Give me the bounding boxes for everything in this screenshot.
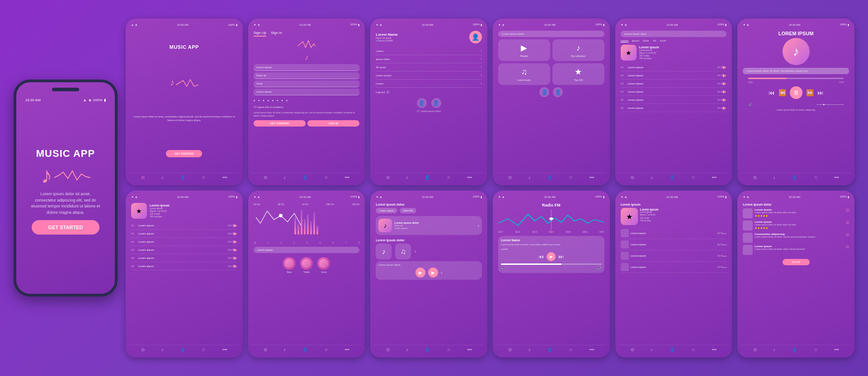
s12-ipsum-button[interactable]: IPSUM — [783, 259, 810, 265]
s11-song-1[interactable]: Lorem ipsum 05:43 ••• — [621, 228, 727, 239]
s2-field-1[interactable]: Lorem ipsum — [254, 64, 360, 71]
nav-more-12[interactable]: ••• — [834, 347, 839, 352]
nav-star-5[interactable]: ☆ — [691, 175, 695, 180]
s10-next-icon[interactable]: ⏭ — [817, 89, 824, 96]
nav-user-4[interactable]: 👤 — [547, 175, 552, 180]
nav-star-3[interactable]: ☆ — [447, 175, 451, 180]
nav-music-7[interactable]: ♪ — [161, 347, 164, 352]
s7-song-6[interactable]: #6 Lorem ipsum 05:43 ▶ — [131, 262, 237, 270]
nav-star-10[interactable]: ☆ — [569, 347, 573, 352]
nav-more-8[interactable]: ••• — [345, 347, 350, 352]
nav-star-12[interactable]: ☆ — [814, 347, 818, 352]
nav-home-8[interactable]: ⊙ — [264, 347, 267, 352]
nav-star-7[interactable]: ☆ — [202, 347, 206, 352]
s10-radio-slider[interactable] — [501, 263, 602, 265]
s10-play-btn[interactable]: ▶ — [547, 252, 556, 261]
s10-volume-icon[interactable]: 🔊 — [748, 103, 753, 107]
nav-star-6[interactable]: ☆ — [814, 175, 818, 180]
nav-star-8[interactable]: ☆ — [324, 347, 328, 352]
s5-tab-sit[interactable]: Sit — [653, 39, 656, 42]
s3-menu-lorem[interactable]: Lorem › — [376, 47, 482, 55]
s10-progress-bar[interactable] — [748, 78, 844, 79]
s7-song-1[interactable]: #1 Lorem ipsum 05:43 ▶ — [131, 221, 237, 230]
s5-song-2[interactable]: #2 Lorem ipsum 05:43 ▶ — [621, 71, 727, 80]
s7-song-2[interactable]: #2 Lorem ipsum 05:43 ▶ — [131, 230, 237, 238]
nav-more-2[interactable]: ••• — [345, 175, 350, 180]
s3-menu-sit-amet[interactable]: Sit amet › — [376, 63, 482, 71]
s11-song-2[interactable]: Lorem ipsum 05:43 ••• — [621, 239, 727, 250]
nav-user-5[interactable]: 👤 — [670, 175, 675, 180]
s4-search-bar[interactable]: Lorem ipsum dolor — [498, 31, 604, 37]
nav-home-icon[interactable]: ⊙ — [141, 175, 145, 180]
s2-field-4[interactable]: Lorem ipsum — [254, 89, 360, 95]
s8-preset-select[interactable]: Lorem ipsum — [254, 247, 360, 253]
nav-home-5[interactable]: ⊙ — [631, 175, 634, 180]
s7-song-4[interactable]: #4 Lorem ipsum 05:43 ▶ — [131, 246, 237, 254]
s10-rewind-icon[interactable]: ⏪ — [778, 89, 786, 96]
nav-music-10[interactable]: ♪ — [528, 347, 531, 352]
s10-play-button[interactable]: ⏸ — [790, 86, 802, 99]
s9-play-button-1[interactable]: ▶ — [415, 268, 425, 277]
s5-song-1[interactable]: #1 Lorem ipsum 05:43 ▶ — [621, 63, 727, 71]
s2-field-2[interactable]: Dolor sit — [254, 72, 360, 79]
nav-star-4[interactable]: ☆ — [569, 175, 573, 180]
nav-more-11[interactable]: ••• — [712, 347, 717, 352]
s5-search-bar[interactable]: Lorem ipsum dolor — [621, 31, 727, 37]
nav-home-4[interactable]: ⊙ — [508, 175, 512, 180]
nav-star-2[interactable]: ☆ — [324, 175, 328, 180]
nav-home-11[interactable]: ⊙ — [631, 347, 634, 352]
nav-more-5[interactable]: ••• — [712, 175, 717, 180]
nav-home-6[interactable]: ⊙ — [753, 175, 757, 180]
nav-star-9[interactable]: ☆ — [447, 347, 451, 352]
nav-more-9[interactable]: ••• — [467, 347, 472, 352]
s10-forward-icon[interactable]: ⏩ — [806, 89, 814, 96]
s9-cat-2[interactable]: Dolor Bit — [400, 208, 416, 213]
s10-skip-forward-icon[interactable]: ⏭ — [558, 254, 564, 260]
s3-menu-ipsum-dolor[interactable]: Ipsum dolor › — [376, 55, 482, 63]
s7-song-3[interactable]: #3 Lorem ipsum 05:43 ▶ — [131, 238, 237, 246]
s4-card-my-collection[interactable]: ♪ My collection — [552, 39, 604, 61]
nav-user-icon[interactable]: 👤 — [180, 175, 185, 180]
nav-music-6[interactable]: ♪ — [773, 175, 775, 180]
nav-user-6[interactable]: 👤 — [792, 175, 797, 180]
s5-tab-lorem[interactable]: Lorem — [621, 39, 628, 42]
s5-song-3[interactable]: #3 Lorem ipsum 05:43 ▶ — [621, 80, 727, 88]
s10-prev-icon[interactable]: ⏮ — [769, 89, 775, 96]
s5-tab-ipsum[interactable]: Ipsum — [632, 39, 639, 42]
nav-home-9[interactable]: ⊙ — [386, 347, 390, 352]
s3-menu-lorem-2[interactable]: Lorem › — [376, 80, 482, 88]
nav-music-5[interactable]: ♪ — [651, 175, 653, 180]
nav-more-6[interactable]: ••• — [834, 175, 839, 180]
nav-user-10[interactable]: 👤 — [547, 347, 552, 352]
nav-more-icon[interactable]: ••• — [222, 175, 227, 180]
s8-bass-knob[interactable] — [283, 257, 296, 270]
nav-home-12[interactable]: ⊙ — [753, 347, 757, 352]
s11-song-4[interactable]: Lorem ipsum 05:43 ••• — [621, 262, 727, 273]
s2-get-started-button[interactable]: GET STARTED — [254, 120, 306, 127]
s9-play-button-2[interactable]: ▶ — [428, 268, 438, 277]
nav-music-8[interactable]: ♪ — [283, 347, 286, 352]
nav-music-icon[interactable]: ♪ — [161, 175, 164, 180]
s3-logout-row[interactable]: Log out ⎋ — [376, 88, 482, 96]
nav-more-10[interactable]: ••• — [590, 347, 594, 352]
s10-skip-back-icon[interactable]: ⏮ — [538, 254, 544, 260]
nav-user-8[interactable]: 👤 — [302, 347, 308, 352]
nav-home-3[interactable]: ⊙ — [386, 175, 390, 180]
nav-star-icon[interactable]: ☆ — [202, 175, 206, 180]
nav-more-7[interactable]: ••• — [222, 347, 227, 352]
s7-song-5[interactable]: #5 Lorem ipsum 05:43 ▶ — [131, 254, 237, 262]
s5-song-4[interactable]: #4 Lorem ipsum 05:43 ▶ — [621, 88, 727, 96]
tab-sign-up[interactable]: Sign Up — [254, 31, 266, 37]
s4-card-playlist[interactable]: ▶ Playlist — [498, 39, 550, 61]
nav-music-3[interactable]: ♪ — [406, 175, 408, 180]
s2-log-in-button[interactable]: LOG IN — [307, 120, 359, 127]
s4-card-local-music[interactable]: ♫ Local music — [498, 63, 550, 85]
nav-more-3[interactable]: ••• — [467, 175, 472, 180]
s11-song-3[interactable]: Lorem ipsum 05:43 ••• — [621, 250, 727, 262]
nav-music-11[interactable]: ♪ — [651, 347, 653, 352]
s2-field-3[interactable]: Amet — [254, 80, 360, 87]
s3-menu-lorem-ipsum[interactable]: Lorem ipsum › — [376, 71, 482, 80]
s5-song-6[interactable]: #6 Lorem ipsum 05:43 ▶ — [621, 104, 727, 112]
s4-card-top100[interactable]: ★ Top-100 — [552, 63, 604, 85]
s9-cat-1[interactable]: Lorem ipsum — [376, 208, 397, 213]
